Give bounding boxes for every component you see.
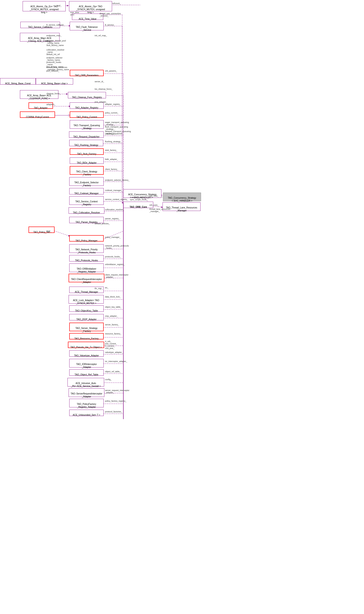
node-label: TAO_Network_Priority_Protocols_Hooks	[75, 248, 98, 254]
label-parser-registry: parser_registry_	[105, 218, 120, 220]
label-stub-factory: stub_factory_	[105, 149, 117, 151]
node-label: ACE_Unbounded_Set< T >	[73, 414, 100, 416]
diagram-container: ACE_Atomic_Op_Ex< TAO _SYNCH_MUTEX, unsi…	[0, 0, 364, 614]
label-ior-interceptor-adapter: ior_interceptor_adapter_	[105, 360, 127, 363]
node-tao-endpoint-selector-factory: TAO_Endpoint_Selector_Factory	[69, 177, 104, 186]
label-resource-factory: resource_factory_	[105, 333, 121, 335]
label-max-time-zero: max_timezero	[70, 11, 79, 16]
label-policy-current: polcy_current_	[105, 112, 118, 114]
label-timeout-hook: timeout_hook_sync_scope_hook_	[130, 196, 147, 201]
label-orb-params: orb_params_	[105, 70, 117, 72]
node-label: TAO_Client_Strategy_Factory	[76, 170, 97, 176]
node-label: TAO_Server_Strategy_Factory	[75, 327, 98, 332]
node-label: CORBA::PolicyCurrent	[26, 116, 49, 118]
node-label: TAO::ObjectKey_Table	[75, 310, 98, 312]
node-tao-orb-core: TAO_ORB_Core	[123, 202, 153, 208]
label-config: config_	[105, 378, 112, 381]
node-label: ACE_String_Base_Const	[5, 82, 31, 85]
label-collocation-resolver: collocation_resolver_	[105, 208, 124, 211]
label-service-context-registry: service_context_registry_	[105, 198, 128, 201]
node-tao-object-key-table: TAO::ObjectKey_Table	[69, 305, 104, 312]
node-label: TAO_Service_Callbacks	[28, 26, 52, 28]
node-label: TAO_Policy_Current	[77, 116, 97, 118]
label-ft-service: ft_service_	[105, 24, 115, 26]
node-label: ACE_Thread_Manager	[75, 291, 98, 293]
label-codeset-manager: codeset_manager_	[105, 189, 122, 191]
node-tao-protocols-hooks: TAO_Protocols_Hooks	[69, 255, 104, 261]
label-rt-orb: rt_orb_poa_current_rt_current_root_poa_	[105, 340, 117, 349]
label-network-priority-protocols-hooks: network_priority_protocols_hooks_	[105, 245, 129, 249]
node-label: TAO_ZIOP_Adapter	[76, 318, 96, 321]
label-client-request-interceptor-adapter: client_request_interceptor_adapter_	[105, 274, 129, 278]
label-cleanup-funcs: cleanup_funcs_	[46, 93, 61, 95]
label-orbinitilaizer-registry: orbinitilaizer_registry_	[105, 263, 125, 266]
node-ace-lock-adapter-tao: ACE_Lock_Adapter< TAO_SYNCH_MUTEX >	[69, 295, 104, 304]
node-label: TAO_Stub_Factory	[77, 153, 96, 155]
node-tao-transport-queueing-strategy: TAO::Transport_Queueing_Strategy	[70, 120, 104, 129]
node-label: TAO_Service_Context_Registry	[75, 200, 98, 206]
label-impl: impl_	[57, 4, 62, 7]
node-tao-adapter-registry: TAO_Adapter_Registry	[70, 102, 104, 109]
node-tao-fault-tolerance-service: TAO_Fault_Tolerance_Service	[70, 22, 104, 30]
label-default-policies: default_policies_	[95, 222, 110, 225]
node-ace-string-base-char: ACE_String_Base< char >	[36, 78, 73, 84]
node-ace-string-base-const: ACE_String_Base_Const	[0, 78, 36, 84]
node-tao-cleanup-func-registry: TAO_Cleanup_Func_Registry	[68, 92, 106, 98]
label-policy-factory-registry: policy_factory_registry_	[105, 400, 127, 402]
label-object-key-table: object_key_table_	[105, 306, 122, 308]
label-adapter-registry: adapter_registry_	[105, 103, 121, 105]
node-tao-ziop-adapter: TAO_ZIOP_Adapter	[69, 314, 104, 320]
node-label: TAO_Fault_Tolerance_Service	[76, 26, 98, 31]
node-tao-client-request-interceptor-adapter: TAO::ClientRequestInterceptor_Adapter	[69, 274, 104, 282]
node-label: TAO_Collocation_Resolver	[73, 211, 100, 214]
node-label: TAO_Flushing_Strategy	[74, 144, 98, 146]
node-label: ACE_Array_Base< ACE_CLEANUP_FUNC >	[27, 94, 51, 100]
label-orb-core-2: orb_core_	[149, 204, 159, 206]
label-flushing-strategy: flushing_strategy_	[105, 140, 122, 143]
label-tm: tm_	[105, 287, 108, 289]
node-label: TAO_IORInterceptor_Adapter	[76, 363, 97, 368]
node-tao-codeset-manager: TAO_Codeset_Manager	[69, 188, 104, 194]
node-label: TAO_Adapter_Registry	[75, 107, 98, 109]
label-endpoints-map: endpoints_map_	[46, 34, 62, 37]
label-impl-policy-set: impl_	[46, 230, 51, 232]
label-init-ref-map: init_ref_map_	[95, 34, 107, 37]
node-tao-policy-manager: TAO_Policy_Manager	[69, 235, 104, 242]
node-tao-bidir-adapter: TAO_BiDir_Adapter	[70, 157, 104, 164]
node-label: TAO_ORB_Core	[130, 206, 147, 208]
node-tao-orbinitilaizer-registry-adapter: TAO::ORBInitializer_Registry_Adapter	[69, 263, 104, 272]
node-tao-policy-factory-registry-adapter: TAO_PolicyFactory_Registry_Adapter	[69, 399, 104, 407]
node-label: ACE_Intrusive_Auto_Ptr< ACE_Service_Gest…	[71, 382, 101, 387]
node-tao-flushing-strategy: TAO_Flushing_Strategy	[69, 140, 103, 146]
node-tao-collocation-resolver: TAO_Collocation_Resolver	[69, 207, 104, 214]
label-valuetype-adapter: valuetype_adapter_	[105, 351, 123, 354]
node-label: TAO_Adapter	[34, 107, 48, 109]
node-label: TAO_Codeset_Manager	[74, 192, 99, 195]
label-thread-lane-resources-manager: thread_lane_resources_manager_	[149, 208, 170, 213]
label-object-ref-table: object_ref_table_	[105, 370, 121, 373]
node-label: TAO::ORBInitializer_Registry_Adapter	[77, 268, 96, 273]
label-ft-service-callback: ft_service_callback_	[46, 24, 65, 26]
node-ace-atomic-op-tao: ACE_Atomic_Op< TAO_SYNCH_MUTEX, unsigned…	[69, 1, 112, 11]
label-endpoint-selector-factory: endpoint_selector_factory_	[105, 179, 130, 181]
label-pref-network: pref_network_	[46, 70, 59, 72]
node-tao-client-strategy-factory: TAO_Client_Strategy_Factory	[70, 166, 104, 175]
label-client-factory: client_factory_	[105, 168, 118, 170]
node-ace-unbounded-set-t: ACE_Unbounded_Set< T >	[69, 410, 104, 416]
svg-line-31	[54, 231, 70, 236]
node-tao-resource-factory: TAO_Resource_Factory	[69, 333, 104, 339]
node-tao-object-ref-table: TAO_Object_Ref_Table	[69, 369, 104, 376]
label-protocols-hooks: protocols_hooks_	[105, 256, 121, 258]
node-tao-network-priority-protocols-hooks: TAO_Network_Priority_Protocols_Hooks	[69, 244, 104, 253]
node-tao-request-dispatcher: TAO_Request_Dispatcher	[69, 131, 104, 138]
label-tss-cleanup-funcs: tss_cleanup_funcs_	[95, 88, 113, 90]
label-refcount: refcount_	[112, 2, 121, 4]
node-tao-orb-parameters: TAO_ORB_Parameters	[70, 70, 104, 76]
node-label: TAO_Resource_Factory	[74, 337, 98, 340]
node-tao-stub-factory: TAO_Stub_Factory	[70, 148, 104, 155]
node-tao-service-context-registry: TAO_Service_Context_Registry	[69, 196, 104, 205]
label-server-request-interceptor-adapter: server_request_interceptor_adapter_	[105, 389, 130, 394]
node-label: TAO_BiDir_Adapter	[77, 162, 97, 164]
label-bidir-adapter: bidir_adapter_	[105, 158, 118, 160]
label-server-factory: server_factory_	[105, 324, 119, 326]
